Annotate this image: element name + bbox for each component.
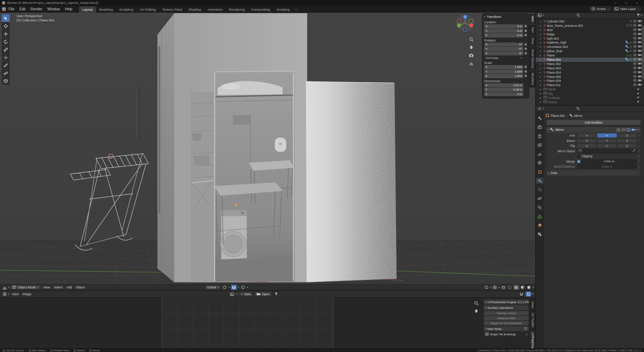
- bisect-y-button[interactable]: Y: [597, 139, 617, 143]
- disable-render-icon[interactable]: [638, 37, 642, 40]
- workspace-tab-layout[interactable]: Layout: [79, 6, 96, 13]
- viewport-camera-icon[interactable]: [468, 52, 474, 58]
- rotation-z-field[interactable]: Z0°: [484, 51, 523, 56]
- outliner-scrollbar[interactable]: [642, 26, 644, 79]
- outliner-row-door_frame_entrance.003[interactable]: ▸▽door_frame_entrance.003▽▽: [536, 24, 644, 28]
- show-gizmo-icon[interactable]: [484, 285, 489, 290]
- uvp-mode-select[interactable]: Single Tile [Packing] ▾: [484, 332, 529, 337]
- modifier-name[interactable]: Mirror: [555, 128, 564, 132]
- data-subpanel[interactable]: ▸Data: [546, 170, 639, 175]
- properties-tab-object-data[interactable]: [536, 213, 543, 219]
- 3d-viewport[interactable]: User Perspective (0) Collection | Plane.…: [0, 13, 535, 284]
- rotation-x-field[interactable]: X0°: [484, 43, 523, 47]
- workspace-tab-texture-paint[interactable]: Texture Paint: [159, 6, 185, 13]
- outliner-row-micorwave.002[interactable]: ▸▽micorwave.002▽: [536, 45, 644, 49]
- uv-menu-view[interactable]: View: [10, 292, 20, 296]
- uvp-engine-header[interactable]: ▸UVPackmaster Engine: 3.1.1 PR: [484, 299, 529, 304]
- properties-tab-texture[interactable]: [536, 231, 543, 237]
- disable-render-icon[interactable]: [638, 66, 642, 70]
- disable-render-icon[interactable]: [638, 79, 642, 83]
- uv-options-icon[interactable]: [526, 292, 531, 297]
- snap-magnet-icon[interactable]: [231, 285, 237, 290]
- uvp-button-measure-area[interactable]: Measure Area: [484, 316, 529, 321]
- proportional-edit-icon[interactable]: [240, 285, 246, 290]
- lock-icon[interactable]: [525, 70, 527, 74]
- viewport-menu-select[interactable]: Select: [52, 286, 64, 289]
- outliner-row-Cylinder.006[interactable]: ▸▽Cylinder.006▽: [536, 19, 644, 24]
- tool-select-box[interactable]: [2, 14, 10, 22]
- outliner-collection-extras[interactable]: ▸Extras◦: [536, 100, 644, 104]
- outliner-row-fridge[interactable]: ▸▽fridge: [536, 32, 644, 36]
- properties-editor-type-icon[interactable]: [538, 107, 541, 111]
- 3d-scene-canvas[interactable]: [0, 13, 535, 284]
- uvp-main-mode-header[interactable]: ▾Main Mode: [484, 326, 529, 331]
- add-modifier-button[interactable]: Add Modifier: [546, 120, 641, 125]
- navigation-gizmo[interactable]: Z: [455, 13, 475, 34]
- properties-tab-physics[interactable]: [536, 195, 543, 202]
- filter-icon[interactable]: [636, 14, 640, 18]
- dimensions-x-field[interactable]: X1.01 m: [484, 83, 523, 88]
- workspace-tab-compositing[interactable]: Compositing: [248, 6, 273, 13]
- workspace-tab-animation[interactable]: Animation: [204, 6, 226, 13]
- hide-viewport-icon[interactable]: [633, 28, 637, 32]
- render-display-toggle-icon[interactable]: [631, 128, 636, 132]
- expand-icon[interactable]: ▾: [548, 128, 549, 131]
- hide-viewport-icon[interactable]: [633, 54, 637, 57]
- properties-tab-material[interactable]: [536, 222, 543, 228]
- hide-viewport-icon[interactable]: [633, 45, 637, 49]
- viewport-menu-object[interactable]: Object: [74, 286, 87, 289]
- uv-pan-icon[interactable]: [473, 308, 479, 314]
- bisect-x-button[interactable]: X: [577, 139, 597, 143]
- viewport-menu-add[interactable]: Add: [64, 286, 74, 289]
- merge-checkbox[interactable]: [577, 160, 580, 163]
- outliner-row-Plane.011[interactable]: ▸▽Plane.011: [536, 83, 644, 87]
- hide-viewport-icon[interactable]: [633, 33, 637, 36]
- disable-render-icon[interactable]: [638, 24, 642, 28]
- open-image-button[interactable]: Open: [254, 292, 272, 297]
- shading-wireframe-icon[interactable]: [507, 285, 513, 290]
- lock-icon[interactable]: [525, 29, 527, 33]
- axis-z-button[interactable]: Z: [617, 133, 637, 138]
- n-panel-tab-tool[interactable]: Tool: [529, 25, 535, 35]
- close-button[interactable]: ×: [631, 0, 642, 6]
- view-layer-remove-icon[interactable]: ×: [637, 8, 639, 11]
- shading-rendered-icon[interactable]: [526, 285, 532, 290]
- viewport-zoom-icon[interactable]: [468, 36, 474, 43]
- tool-add-cube[interactable]: [2, 77, 10, 85]
- image-browse-icon[interactable]: [229, 292, 235, 297]
- modifier-header[interactable]: ▾ Mirror ▾ ×: [546, 127, 641, 133]
- eyedropper-icon[interactable]: [632, 149, 635, 153]
- outliner-row-pillow_final[interactable]: ▸▽pillow_final▽: [536, 49, 644, 53]
- tool-scale[interactable]: [2, 46, 10, 53]
- outliner-row-Plane.002[interactable]: ▸▽Plane.002: [536, 62, 644, 66]
- outliner-collection-rig[interactable]: ▸Rig◦: [536, 91, 644, 96]
- axis-y-button[interactable]: Y: [597, 133, 617, 138]
- menu-window[interactable]: Window: [45, 6, 63, 12]
- flip-y-button[interactable]: Y: [597, 144, 617, 148]
- collapse-icon[interactable]: ▾: [484, 15, 485, 18]
- workspace-tab-shading[interactable]: Shading: [185, 6, 204, 13]
- lock-icon[interactable]: [525, 65, 527, 69]
- uv-sidebar-tab-view[interactable]: View: [530, 299, 535, 310]
- lock-icon[interactable]: [525, 24, 527, 28]
- title-bar[interactable]: Blender [K:\Blender\Project_capsule\proj…: [0, 0, 644, 6]
- viewport-display-toggle-icon[interactable]: [626, 128, 631, 132]
- shading-solid-icon[interactable]: [513, 285, 519, 290]
- merge-threshold-field[interactable]: 0.001 m: [581, 159, 637, 164]
- rotation-mode-select[interactable]: XYZ Euler▾: [484, 56, 523, 60]
- scale-y-field[interactable]: Y1.000: [484, 70, 523, 74]
- uv-snap-icon[interactable]: [519, 292, 525, 297]
- properties-tab-render[interactable]: [536, 124, 543, 130]
- properties-tab-view-layer[interactable]: [536, 142, 543, 148]
- bisect-distance-field[interactable]: 0.001 m: [577, 164, 637, 169]
- scale-x-field[interactable]: X1.000: [484, 65, 523, 69]
- disable-render-icon[interactable]: [638, 54, 642, 57]
- new-image-button[interactable]: + New: [239, 292, 253, 297]
- breadcrumb-modifier[interactable]: Mirror: [574, 114, 583, 118]
- workspace-tab-scripting[interactable]: Scripting: [273, 6, 293, 13]
- disable-render-icon[interactable]: [638, 71, 642, 74]
- lock-icon[interactable]: [525, 43, 527, 46]
- edit-mode-toggle-icon[interactable]: [616, 128, 621, 132]
- orientation-select[interactable]: Global▾: [205, 285, 221, 290]
- view-layer-selector[interactable]: View Layer ×: [613, 6, 641, 11]
